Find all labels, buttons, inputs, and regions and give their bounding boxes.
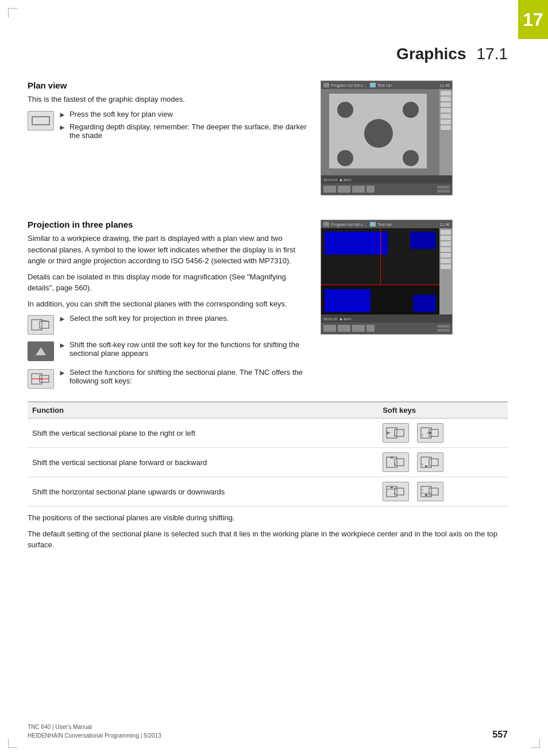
- proj-softkey1: [28, 315, 54, 335]
- corner-mark-tl: [8, 8, 17, 17]
- projection-title: Projection in three planes: [28, 220, 309, 229]
- proj-blue-top-r: [410, 232, 436, 249]
- table-row-2: Shift the vertical sectional plane forwa…: [28, 448, 508, 477]
- proj-rightbar-btn1: [441, 230, 451, 235]
- screen-rightbar: [439, 89, 452, 175]
- plan-view-desc: This is the fastest of the graphic displ…: [28, 94, 309, 105]
- svg-text:+: +: [422, 488, 424, 492]
- after-table-para2: The default setting of the sectional pla…: [28, 528, 508, 551]
- proj-bullet3-row: ► Select the functions for shifting the …: [28, 368, 309, 390]
- sk2a: +: [383, 452, 409, 472]
- rightbar-btn6: [441, 120, 451, 124]
- topbar-text1: Program run full s...: [331, 83, 366, 87]
- proj-softkey3: [28, 369, 54, 389]
- proj-bullet2-content: ► Shift the soft-key row until the soft …: [59, 340, 309, 362]
- plan-view-bullet1: ► Press the soft key for plan view: [59, 110, 309, 119]
- status-bar: S0:01:04 ▶ MAX: [321, 175, 452, 183]
- footer-left: TNC 640 | User's Manual HEIDENHAIN Conve…: [28, 723, 161, 740]
- rightbar-btn1: [441, 91, 451, 95]
- after-table-para1: The positions of the sectional planes ar…: [28, 512, 508, 524]
- circle-center: [364, 119, 393, 148]
- plan-view-title: Plan view: [28, 80, 309, 90]
- svg-text:+: +: [394, 433, 396, 436]
- separator1: [28, 206, 508, 220]
- plan-view-screen-preview: Program run full s... Test run 11:46: [321, 80, 453, 195]
- br-btn2: [437, 190, 450, 193]
- svg-text:+: +: [394, 462, 396, 466]
- table-row-3: Shift the horizontal sectional plane upw…: [28, 477, 508, 506]
- proj-bullet3-content: ► Select the functions for shifting the …: [59, 368, 309, 390]
- table-row-1: Shift the vertical sectional plane to th…: [28, 419, 508, 448]
- proj-topbar-text2: Test run: [377, 222, 392, 227]
- proj-rightbar: [439, 228, 452, 314]
- bottom-btn4: [366, 186, 375, 193]
- sk1b: +: [417, 423, 443, 443]
- sk2b: +: [417, 452, 443, 472]
- proj-bottom-btn1: [323, 325, 336, 332]
- rightbar-btn4: [441, 108, 451, 113]
- screen-body-wrapper: [321, 89, 452, 175]
- bottom-btn2: [338, 186, 350, 193]
- topbar-icon2: [370, 83, 376, 87]
- proj-bottom-right: [437, 325, 450, 332]
- svg-marker-4: [36, 347, 46, 355]
- proj-topbar: Program run full s... Test run 11:46: [321, 220, 452, 228]
- svg-rect-0: [32, 117, 49, 125]
- table-row1-function: Shift the vertical sectional plane to th…: [28, 419, 378, 448]
- bottom-btn1: [323, 186, 336, 193]
- header-title: Graphics: [396, 45, 466, 63]
- br-btn1: [437, 186, 450, 189]
- projection-para2: Details can be isolated in this display …: [28, 271, 309, 294]
- proj-rightbar-btn6: [441, 259, 451, 263]
- function-table: Function Soft keys Shift the vertical se…: [28, 401, 508, 506]
- plan-view-softkey-row: ► Press the soft key for plan view ► Reg…: [28, 110, 309, 144]
- screen-bottombar: [321, 183, 452, 195]
- proj-bottom-btn3: [352, 325, 365, 332]
- circle-tr: [403, 102, 419, 118]
- topbar-icon1: [323, 83, 329, 87]
- chapter-number: 17: [523, 10, 543, 29]
- rightbar-btn7: [441, 125, 451, 130]
- sk-row3: + +: [383, 482, 503, 501]
- proj-softkey2: [28, 341, 54, 361]
- proj-bottombar: [321, 323, 452, 334]
- sk1a: +: [383, 423, 409, 443]
- pbr-btn2: [437, 329, 450, 332]
- topbar-text2: Test run: [377, 83, 392, 87]
- proj-blue-top: [325, 232, 388, 255]
- proj-rightbar-btn7: [441, 264, 451, 269]
- proj-graphic-area: [321, 228, 439, 314]
- proj-rightbar-btn4: [441, 247, 451, 252]
- proj-body-wrapper: [321, 228, 452, 314]
- sk-row2: + +: [383, 452, 503, 472]
- plan-view-bullet2: ► Regarding depth display, remember: The…: [59, 122, 309, 140]
- proj-screen-preview: Program run full s... Test run 11:46: [321, 220, 453, 335]
- v-section-line: [380, 228, 381, 285]
- proj-blue-bl: [325, 289, 371, 312]
- rightbar-btn3: [441, 102, 451, 107]
- projection-left: Projection in three planes Similar to a …: [28, 220, 309, 393]
- page-footer: TNC 640 | User's Manual HEIDENHAIN Conve…: [28, 723, 508, 740]
- proj-topbar-icon2: [370, 222, 376, 227]
- proj-status-text: S0:01:06 ▶ MAX: [323, 317, 352, 321]
- footer-line2: HEIDENHAIN Conversational Programming | …: [28, 731, 161, 740]
- proj-topbar-icon1: [323, 222, 329, 227]
- projection-section: Projection in three planes Similar to a …: [28, 220, 508, 551]
- sk-row1: + +: [383, 423, 503, 443]
- corner-mark-br: [531, 739, 540, 748]
- projection-para3: In addition, you can shift the sectional…: [28, 298, 309, 310]
- main-content: Plan view This is the fastest of the gra…: [28, 80, 508, 555]
- plan-view-bullets: ► Press the soft key for plan view ► Reg…: [59, 110, 309, 144]
- corner-mark-bl: [8, 739, 17, 748]
- plan-view-section: Plan view This is the fastest of the gra…: [28, 80, 508, 195]
- table-header-softkeys: Soft keys: [378, 402, 508, 419]
- projection-right: Program run full s... Test run 11:46: [321, 220, 458, 393]
- proj-bullet1-row: ► Select the soft key for projection in …: [28, 314, 309, 335]
- table-row2-softkeys: + +: [378, 448, 508, 477]
- proj-topbar-text1: Program run full s...: [331, 222, 366, 227]
- proj-bullet3: ► Select the functions for shifting the …: [59, 368, 309, 385]
- table-row2-function: Shift the vertical sectional plane forwa…: [28, 448, 378, 477]
- proj-bullet2-row: ► Shift the soft-key row until the soft …: [28, 340, 309, 362]
- bottom-right-btns: [437, 186, 450, 193]
- table-header-function: Function: [28, 402, 378, 419]
